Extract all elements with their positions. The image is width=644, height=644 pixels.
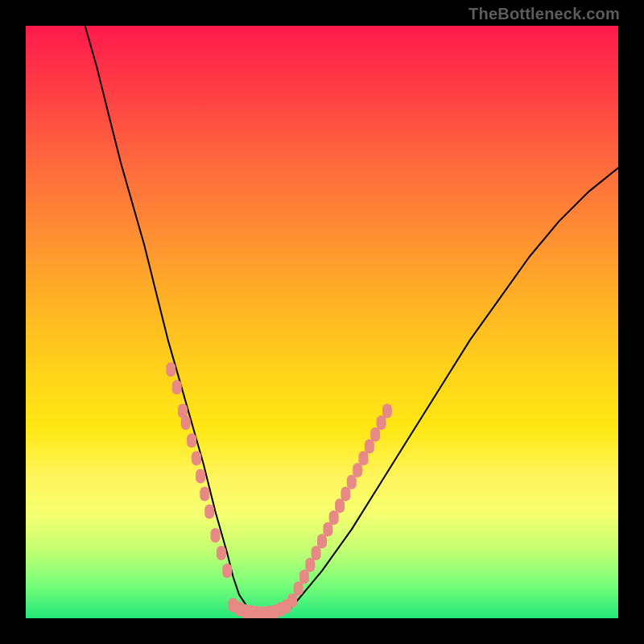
marker-highlight-dots-left: [181, 415, 191, 430]
marker-highlight-dots-left: [200, 486, 209, 501]
plot-area: [26, 26, 618, 618]
marker-highlight-dots-left: [172, 380, 182, 394]
marker-highlight-dots-right: [353, 463, 362, 477]
marker-highlight-dots-left: [204, 505, 214, 519]
marker-highlight-dots-left: [222, 564, 232, 578]
marker-highlight-dots-right: [347, 475, 357, 489]
chart-overlay: [26, 26, 618, 618]
marker-highlight-dots-right: [335, 498, 345, 513]
attribution-text: TheBottleneck.com: [469, 5, 620, 23]
chart-frame: TheBottleneck.com: [0, 0, 644, 644]
marker-highlight-dots-right: [287, 593, 297, 608]
marker-highlight-dots-left: [196, 469, 205, 483]
marker-highlight-dots-right: [312, 546, 321, 560]
marker-highlight-dots-left: [192, 451, 201, 465]
marker-highlight-dots-left: [187, 433, 196, 448]
marker-highlight-dots-left: [217, 546, 226, 560]
marker-highlight-dots-right: [377, 415, 386, 430]
curve-bottleneck-curve: [85, 26, 618, 618]
marker-highlight-dots-left: [211, 528, 221, 543]
marker-highlight-dots-right: [370, 427, 380, 442]
marker-highlight-dots-right: [329, 510, 339, 525]
marker-highlight-dots-left: [166, 362, 175, 377]
marker-highlight-dots-right: [341, 486, 350, 501]
marker-highlight-dots-right: [294, 581, 303, 596]
marker-highlight-dots-right: [359, 451, 369, 465]
marker-highlight-dots-right: [317, 534, 327, 548]
marker-highlight-dots-right: [305, 558, 315, 572]
marker-highlight-dots-right: [299, 570, 309, 584]
marker-highlight-dots-right: [365, 440, 374, 454]
marker-highlight-dots-right: [323, 522, 332, 537]
marker-highlight-dots-right: [382, 403, 392, 418]
